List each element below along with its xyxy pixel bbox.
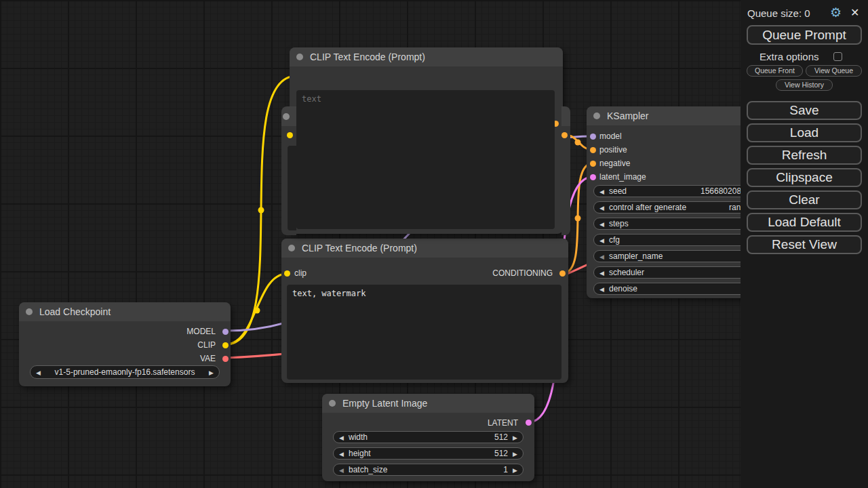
clip-to-bottom-prompt-midpoint-dot [254, 308, 260, 314]
widget-name: cfg [609, 235, 620, 245]
model-output-label: MODEL [186, 327, 216, 336]
node-header[interactable]: Empty Latent Image [322, 394, 534, 413]
widget-name: width [349, 432, 368, 442]
decrement-arrow-icon[interactable]: ◀ [339, 451, 344, 458]
widget-name: denoise [609, 284, 637, 293]
clip-input-slot[interactable] [287, 132, 293, 138]
positive-conditioning-link-midpoint-dot [575, 140, 581, 146]
clip-to-top-prompt-midpoint-dot [258, 207, 264, 214]
positive-input-label: positive [599, 145, 627, 155]
clear-button[interactable]: Clear [747, 190, 862, 209]
node-clip-text-encode-top[interactable]: CLIP Text Encode (Prompt) clip CONDITION… [290, 47, 563, 234]
node-header [561, 106, 570, 126]
decrement-arrow-icon[interactable]: ◀ [339, 434, 344, 441]
prompt-textarea[interactable]: text, watermark [287, 285, 561, 380]
graph-canvas[interactable]: CLIP Text Encode (Prompt) clip CONDITION… [0, 0, 868, 488]
increment-arrow-icon[interactable]: ▶ [513, 467, 517, 474]
vae-output-slot[interactable] [222, 356, 229, 362]
clip-output-slot[interactable] [222, 342, 229, 348]
ckpt-name-combo[interactable]: ◀ v1-5-pruned-emaonly-fp16.safetensors ▶ [30, 365, 220, 379]
queue-front-button[interactable]: Queue Front [747, 65, 803, 77]
close-icon[interactable]: ✕ [850, 6, 859, 19]
clipspace-button[interactable]: Clipspace [747, 168, 862, 187]
extra-options-checkbox[interactable] [833, 52, 842, 61]
save-button[interactable]: Save [747, 101, 862, 120]
model-input-slot[interactable] [590, 134, 596, 140]
collapse-dot-icon[interactable] [296, 54, 303, 60]
decrement-arrow-icon[interactable]: ◀ [599, 253, 604, 260]
negative-conditioning-link-midpoint-dot [575, 216, 581, 222]
decrement-arrow-icon[interactable]: ◀ [339, 467, 344, 474]
extra-options-label: Extra options [760, 51, 819, 62]
batch-size-widget[interactable]: ◀ batch_size 1 ▶ [333, 464, 524, 476]
node-clip-text-encode-bottom[interactable]: CLIP Text Encode (Prompt) clip CONDITION… [281, 239, 568, 383]
view-history-button[interactable]: View History [776, 79, 833, 91]
node-header[interactable]: Load Checkpoint [19, 302, 231, 321]
positive-input-slot[interactable] [590, 147, 596, 153]
collapse-dot-icon [283, 113, 290, 120]
decrement-arrow-icon[interactable]: ◀ [599, 237, 604, 244]
node-clip-text-encode-hidden-left[interactable]: be bo [281, 106, 296, 235]
node-header[interactable]: CLIP Text Encode (Prompt) [290, 47, 563, 66]
node-title: Empty Latent Image [342, 398, 427, 409]
conditioning-output-slot[interactable] [559, 270, 566, 277]
widget-name: batch_size [349, 465, 387, 474]
latent-output-label: LATENT [488, 418, 518, 428]
load-default-button[interactable]: Load Default [747, 213, 862, 232]
width-widget[interactable]: ◀ width 512 ▶ [333, 431, 524, 443]
latent-image-input-label: latent_image [599, 172, 646, 182]
conditioning-output-slot[interactable] [561, 132, 568, 138]
widget-name: sampler_name [609, 251, 663, 261]
negative-input-label: negative [599, 159, 630, 168]
decrement-arrow-icon[interactable]: ◀ [599, 270, 604, 277]
node-title: Load Checkpoint [39, 306, 111, 317]
collapse-dot-icon[interactable] [593, 113, 600, 119]
widget-value: 1 [503, 465, 508, 474]
increment-arrow-icon[interactable]: ▶ [513, 434, 517, 441]
node-title: CLIP Text Encode (Prompt) [302, 243, 417, 253]
collapse-dot-icon[interactable] [288, 245, 295, 251]
prompt-textarea[interactable]: text [296, 90, 555, 229]
reset-view-button[interactable]: Reset View [747, 235, 862, 254]
node-clip-text-encode-hidden-right[interactable] [561, 106, 570, 235]
refresh-button[interactable]: Refresh [747, 146, 862, 165]
prompt-textarea-fragment: be bo [288, 146, 296, 230]
widget-value: 512 [494, 432, 508, 442]
widget-name: scheduler [609, 268, 644, 277]
node-load-checkpoint[interactable]: Load Checkpoint MODEL CLIP VAE ◀ v1-5-pr… [19, 302, 231, 386]
vae-output-label: VAE [200, 354, 216, 363]
node-title: KSampler [607, 110, 648, 121]
widget-name: height [349, 449, 371, 458]
node-empty-latent-image[interactable]: Empty Latent Image LATENT ◀ width 512 ▶ … [322, 394, 534, 481]
latent-output-slot[interactable] [526, 420, 532, 426]
decrement-arrow-icon[interactable]: ◀ [599, 205, 604, 211]
widget-name: control after generate [609, 203, 686, 212]
node-title: CLIP Text Encode (Prompt) [310, 52, 425, 62]
decrement-arrow-icon[interactable]: ◀ [599, 286, 604, 293]
view-queue-button[interactable]: View Queue [806, 65, 862, 77]
node-body [561, 126, 570, 235]
decrement-arrow-icon[interactable]: ◀ [599, 188, 604, 195]
next-value-arrow-icon[interactable]: ▶ [209, 369, 214, 376]
clip-output-label: CLIP [197, 340, 216, 350]
collapse-dot-icon[interactable] [26, 308, 33, 315]
ckpt-name-value: v1-5-pruned-emaonly-fp16.safetensors [31, 367, 219, 377]
node-header[interactable]: CLIP Text Encode (Prompt) [281, 239, 568, 258]
gear-icon[interactable]: ⚙ [830, 5, 842, 20]
widget-name: seed [609, 186, 627, 196]
decrement-arrow-icon[interactable]: ◀ [599, 221, 604, 228]
queue-prompt-button[interactable]: Queue Prompt [747, 25, 862, 45]
collapse-dot-icon[interactable] [329, 400, 336, 407]
clip-input-slot[interactable] [284, 270, 290, 277]
height-widget[interactable]: ◀ height 512 ▶ [333, 447, 524, 460]
queue-size-label: Queue size: 0 [747, 7, 810, 19]
negative-input-slot[interactable] [590, 161, 596, 167]
model-output-slot[interactable] [222, 329, 229, 335]
model-input-label: model [599, 131, 622, 141]
clip-input-label: clip [294, 268, 307, 278]
widget-name: steps [609, 219, 629, 228]
increment-arrow-icon[interactable]: ▶ [513, 451, 517, 458]
latent-image-input-slot[interactable] [590, 174, 596, 180]
load-button[interactable]: Load [747, 123, 862, 142]
widget-value: 512 [494, 449, 508, 458]
